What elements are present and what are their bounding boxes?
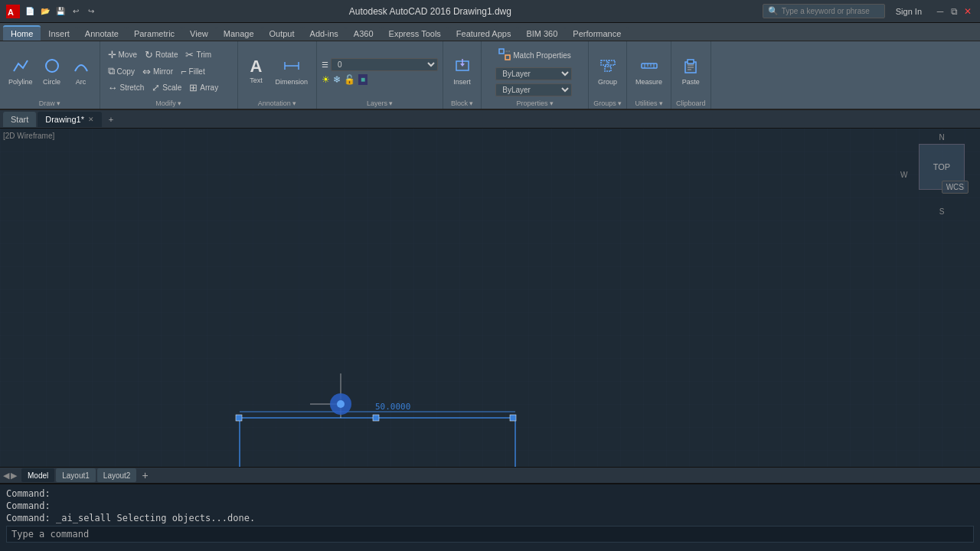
titlebar-right: 🔍 Type a keyword or phrase Sign In ─ ⧉ ✕ [763, 4, 974, 18]
paste-button[interactable]: Paste [677, 55, 704, 88]
mirror-icon: ⇔ [142, 66, 151, 77]
open-button[interactable]: 📂 [38, 5, 52, 18]
match-properties-button[interactable]: Match Properties [495, 47, 574, 64]
command-input[interactable] [93, 529, 969, 540]
polyline-icon [12, 57, 29, 77]
doc-tab-start[interactable]: Start [3, 112, 36, 127]
block-expand-icon[interactable]: ▾ [469, 99, 473, 107]
tab-output[interactable]: Output [262, 27, 302, 41]
layer-on-icon: ☀ [322, 74, 330, 85]
layers-expand-icon[interactable]: ▾ [389, 99, 393, 107]
tab-featured[interactable]: Featured Apps [449, 27, 519, 41]
layout-tab-layout2[interactable]: Layout2 [97, 468, 137, 482]
layout-tab-model[interactable]: Model [21, 468, 54, 482]
tab-view[interactable]: View [182, 27, 216, 41]
move-button[interactable]: ✛ Move [105, 47, 140, 62]
scroll-right-icon[interactable]: ▶ [11, 471, 17, 481]
doc-tab-close-icon[interactable]: ✕ [88, 116, 94, 123]
tab-bim360[interactable]: BIM 360 [518, 27, 565, 41]
cmd-line-2: Command: [6, 500, 974, 512]
scale-icon: ⤢ [152, 82, 160, 93]
array-button[interactable]: ⊞ Array [186, 80, 221, 95]
layout-tab-layout1[interactable]: Layout1 [56, 468, 96, 482]
ribbon-group-block: Insert Block ▾ [443, 41, 482, 109]
text-button[interactable]: A Text [243, 56, 270, 86]
minimize-button[interactable]: ─ [934, 5, 946, 18]
tab-annotate[interactable]: Annotate [77, 27, 126, 41]
polyline-button[interactable]: Polyline [5, 55, 37, 88]
trim-button[interactable]: ✂ Trim [182, 47, 214, 62]
nav-north: N [939, 133, 944, 142]
scroll-left-icon[interactable]: ◀ [3, 471, 9, 481]
layer-freeze-icon: ❄ [333, 74, 341, 85]
modify-expand-icon[interactable]: ▾ [178, 99, 181, 107]
measure-icon [641, 57, 658, 77]
utilities-expand-icon[interactable]: ▾ [659, 99, 663, 107]
autocad-logo[interactable]: A [6, 5, 20, 18]
wcs-label: WCS [942, 181, 969, 194]
command-input-row[interactable]: Type a command [6, 526, 974, 543]
insert-button[interactable]: Insert [449, 55, 476, 88]
tab-manage[interactable]: Manage [216, 27, 262, 41]
close-button[interactable]: ✕ [962, 5, 974, 18]
restore-button[interactable]: ⧉ [948, 5, 960, 18]
ribbon-tabs: Home Insert Annotate Parametric View Man… [0, 23, 980, 41]
search-box[interactable]: 🔍 Type a keyword or phrase [763, 4, 885, 18]
svg-rect-15 [642, 64, 657, 68]
circle-icon [44, 57, 60, 77]
arc-button[interactable]: Arc [67, 55, 95, 88]
redo-button[interactable]: ↪ [84, 5, 98, 18]
ribbon-group-clipboard: Paste Clipboard [671, 41, 711, 109]
mirror-button[interactable]: ⇔ Mirror [139, 64, 176, 79]
layer-color-icon: ■ [358, 74, 368, 85]
annotation-expand-icon[interactable]: ▾ [292, 99, 296, 107]
cmd-line-1: Command: [6, 487, 974, 500]
tab-insert[interactable]: Insert [41, 27, 77, 41]
tab-express[interactable]: Express Tools [381, 27, 449, 41]
draw-expand-icon[interactable]: ▾ [57, 99, 60, 107]
fillet-button[interactable]: ⌐ Fillet [178, 64, 208, 79]
tab-parametric[interactable]: Parametric [126, 27, 182, 41]
groups-expand-icon[interactable]: ▾ [618, 99, 622, 107]
handle-tl [236, 415, 242, 421]
new-button[interactable]: 📄 [23, 5, 37, 18]
viewport: [2D Wireframe] [0, 129, 980, 467]
layer-properties-icon[interactable]: ☰ [322, 60, 328, 69]
new-tab-button[interactable]: + [103, 112, 119, 127]
layer-select[interactable]: 0 [331, 58, 438, 71]
properties-expand-icon[interactable]: ▾ [550, 99, 554, 107]
match-properties-icon [498, 48, 511, 63]
trim-icon: ✂ [185, 49, 194, 60]
new-layout-button[interactable]: + [138, 469, 152, 481]
dimension-button[interactable]: Dimension [272, 55, 312, 88]
nav-west: W [900, 171, 907, 179]
rotate-icon: ↻ [145, 49, 153, 60]
tab-performance[interactable]: Performance [565, 27, 629, 41]
circle-button[interactable]: Circle [38, 55, 66, 88]
measure-button[interactable]: Measure [632, 55, 666, 88]
group-icon [599, 57, 616, 77]
svg-rect-25 [0, 129, 980, 467]
undo-button[interactable]: ↩ [69, 5, 83, 18]
tab-addins[interactable]: Add-ins [302, 27, 346, 41]
scale-button[interactable]: ⤢ Scale [149, 80, 185, 95]
paste-icon [682, 57, 699, 77]
cmd-prompt: Type a command [11, 529, 89, 540]
nav-south: S [939, 207, 945, 216]
linetype-select[interactable]: ByLayer [495, 83, 572, 96]
rotate-button[interactable]: ↻ Rotate [142, 47, 181, 62]
stretch-button[interactable]: ↔ Stretch [105, 80, 148, 95]
svg-rect-14 [605, 67, 611, 71]
color-select[interactable]: ByLayer [495, 67, 572, 80]
doc-tab-drawing1[interactable]: Drawing1* ✕ [38, 112, 102, 127]
copy-button[interactable]: ⧉ Copy [105, 64, 138, 79]
tab-a360[interactable]: A360 [346, 27, 381, 41]
tab-home[interactable]: Home [3, 25, 41, 41]
cmd-line-3: Command: _ai_selall Selecting objects...… [6, 512, 974, 524]
svg-text:A: A [8, 8, 14, 17]
user-area[interactable]: Sign In [896, 7, 922, 16]
save-button[interactable]: 💾 [54, 5, 67, 18]
group-button[interactable]: Group [594, 55, 622, 88]
dim-label-h: 50.0000 [375, 402, 410, 412]
drawing-canvas[interactable]: 50.0000 8.0000 [0, 129, 980, 467]
